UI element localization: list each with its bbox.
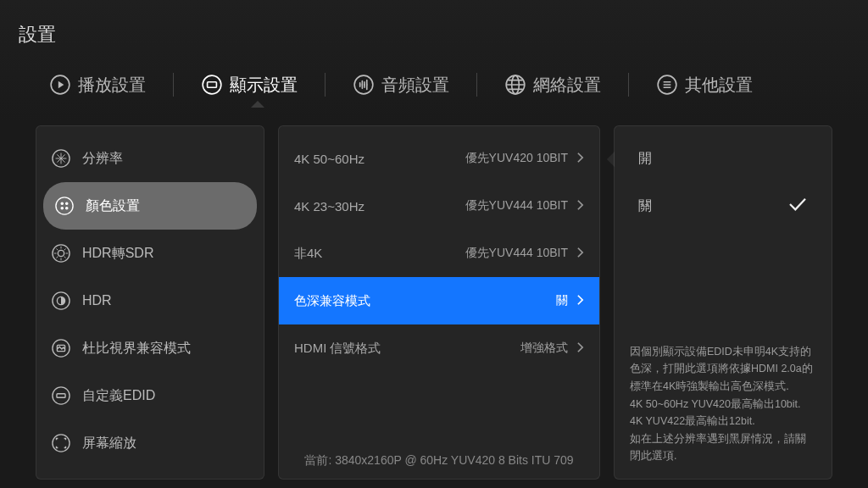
separator (628, 73, 629, 97)
row-4k-high[interactable]: 4K 50~60Hz 優先YUV420 10BIT (279, 135, 599, 182)
settings-panel: 4K 50~60Hz 優先YUV420 10BIT 4K 23~30Hz 優先Y… (278, 125, 600, 480)
sidebar-item-dolby[interactable]: 杜比視界兼容模式 (36, 324, 264, 372)
top-tab-bar: 播放設置 顯示設置 音頻設置 網絡設置 其他設置 (0, 63, 868, 107)
row-value: 優先YUV420 10BIT (465, 151, 568, 166)
options-panel: 開 關 因個別顯示設備EDID未申明4K支持的色深，打開此選項將依據HDMI 2… (614, 125, 832, 480)
sidebar-item-hdr[interactable]: HDR (36, 277, 264, 324)
tab-label: 顯示設置 (230, 74, 298, 97)
menu-icon (656, 74, 678, 96)
row-4k-low[interactable]: 4K 23~30Hz 優先YUV444 10BIT (279, 182, 599, 230)
tab-label: 音頻設置 (381, 74, 449, 97)
svg-rect-20 (57, 394, 65, 398)
tab-indicator (251, 101, 264, 108)
page-title: 設置 (19, 22, 851, 47)
svg-rect-2 (208, 82, 217, 88)
sidebar-item-resolution[interactable]: 分辨率 (36, 135, 264, 182)
help-text: 因個別顯示設備EDID未申明4K支持的色深，打開此選項將依據HDMI 2.0a的… (630, 343, 816, 465)
svg-point-12 (66, 208, 68, 209)
row-non4k[interactable]: 非4K 優先YUV444 10BIT (279, 230, 599, 277)
option-off[interactable]: 關 (615, 182, 832, 230)
chevron-right-icon (576, 341, 584, 356)
current-status: 當前: 3840x2160P @ 60Hz YUV420 8 Bits ITU … (279, 453, 599, 469)
tab-label: 其他設置 (685, 74, 753, 97)
row-value: 關 (556, 293, 568, 308)
separator (325, 73, 326, 97)
row-label: 4K 50~60Hz (294, 152, 457, 166)
convert-icon (52, 244, 70, 263)
row-value: 優先YUV444 10BIT (465, 246, 568, 261)
row-label: 4K 23~30Hz (294, 199, 457, 214)
row-value: 增強格式 (520, 341, 568, 356)
brightness-icon (52, 291, 70, 310)
expand-icon (52, 434, 70, 452)
row-label: HDMI 信號格式 (294, 341, 512, 357)
svg-point-14 (58, 250, 64, 256)
chevron-right-icon (576, 152, 584, 166)
tab-label: 網絡設置 (533, 74, 601, 97)
globe-icon (504, 74, 526, 96)
sidebar-item-edid[interactable]: 自定義EDID (36, 372, 264, 419)
sidebar-label: 顏色設置 (86, 197, 140, 215)
svg-point-9 (61, 202, 63, 204)
svg-point-1 (203, 75, 221, 94)
sidebar-label: HDR (82, 293, 112, 308)
separator (476, 73, 477, 97)
sidebar-item-zoom[interactable]: 屏幕縮放 (36, 419, 264, 467)
row-label: 色深兼容模式 (294, 293, 548, 309)
tab-label: 播放設置 (78, 74, 146, 97)
row-hdmi-signal[interactable]: HDMI 信號格式 增強格式 (279, 324, 599, 372)
option-label: 開 (638, 150, 808, 168)
separator (173, 73, 174, 97)
sidebar-label: HDR轉SDR (82, 245, 153, 263)
svg-point-11 (61, 208, 63, 209)
sidebar-label: 分辨率 (82, 150, 123, 168)
check-icon (787, 197, 808, 215)
svg-point-8 (56, 197, 73, 214)
audio-icon (353, 74, 375, 96)
svg-point-10 (66, 202, 68, 204)
sidebar-label: 杜比視界兼容模式 (82, 340, 191, 358)
option-on[interactable]: 開 (615, 135, 832, 182)
tab-audio[interactable]: 音頻設置 (337, 63, 465, 107)
sidebar-panel: 分辨率 顏色設置 HDR轉SDR HDR 杜比視界兼容模式 自定義EDID 屏幕… (36, 125, 264, 480)
chevron-right-icon (576, 294, 584, 308)
tab-other[interactable]: 其他設置 (641, 63, 768, 107)
resolution-icon (52, 149, 70, 168)
svg-point-3 (354, 75, 373, 94)
play-icon (49, 74, 71, 96)
row-value: 優先YUV444 10BIT (465, 198, 568, 214)
image-icon (52, 339, 70, 358)
tab-playback[interactable]: 播放設置 (34, 63, 161, 107)
row-label: 非4K (294, 246, 457, 262)
tab-network[interactable]: 網絡設置 (489, 63, 616, 107)
edid-icon (52, 386, 70, 405)
sidebar-label: 自定義EDID (82, 387, 155, 405)
svg-point-21 (53, 435, 70, 452)
row-depth-compat[interactable]: 色深兼容模式 關 (279, 277, 599, 324)
sidebar-label: 屏幕縮放 (82, 435, 136, 452)
palette-icon (55, 197, 74, 215)
chevron-right-icon (576, 247, 584, 261)
option-label: 關 (638, 197, 787, 215)
sidebar-item-color[interactable]: 顏色設置 (43, 182, 257, 230)
monitor-icon (201, 74, 223, 96)
chevron-right-icon (576, 199, 584, 214)
tab-display[interactable]: 顯示設置 (186, 63, 313, 107)
sidebar-item-hdr2sdr[interactable]: HDR轉SDR (36, 230, 264, 277)
svg-point-19 (53, 387, 70, 404)
